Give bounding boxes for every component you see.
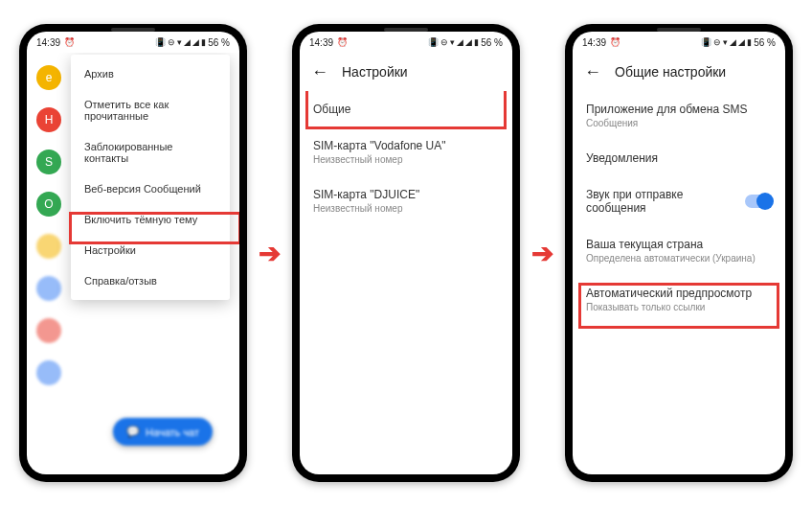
arrow-icon: ➔ [531,238,553,269]
chat-row[interactable] [27,310,239,352]
signal-icon: ◢ [192,38,199,47]
sound-label: Звук при отправке сообщения [586,188,745,215]
battery-pct: 56 % [754,37,776,48]
sound-toggle[interactable] [745,195,772,208]
signal-icon: ◢ [457,38,463,47]
avatar: e [36,65,61,90]
menu-mark-read[interactable]: Отметить все как прочитанные [71,89,230,131]
phone-1: 14:39 ⏰ 📳 ⊖ ▾ ◢ ◢ ▮ 56 % eeSHcHHВсSSFHaO… [19,24,247,482]
signal-icon: ◢ [465,38,472,47]
vibrate-icon: 📳 [155,38,166,47]
avatar: S [36,150,61,174]
status-bar: 14:39 ⏰ 📳 ⊖ ▾ ◢ ◢ ▮ 56 % [300,32,512,53]
sim1-title: SIM-карта "Vodafone UA" [313,139,499,152]
menu-dark[interactable]: Включить тёмную тему [71,204,230,235]
settings-general[interactable]: Общие [300,91,512,127]
preview-sub: Показывать только ссылки [586,302,772,312]
sms-app-sub: Сообщения [586,118,772,128]
settings-sim2[interactable]: SIM-карта "DJUICE" Неизвестный номер [300,176,512,225]
battery-icon: ▮ [474,38,479,47]
menu-web[interactable]: Веб-версия Сообщений [71,173,230,204]
sim2-title: SIM-карта "DJUICE" [313,188,499,201]
battery-icon: ▮ [747,38,752,47]
page-title: Общие настройки [615,64,726,80]
wifi-icon: ▾ [723,38,728,47]
app-bar: ← Общие настройки [573,53,785,91]
avatar [36,318,61,343]
menu-blocked[interactable]: Заблокированные контакты [71,131,230,173]
avatar [36,276,61,301]
vibrate-icon: 📳 [428,38,439,47]
fab-label: Начать чат [146,426,199,438]
settings-sms-app[interactable]: Приложение для обмена SMS Сообщения [573,91,785,140]
alarm-icon: ⏰ [610,38,620,47]
dnd-icon: ⊖ [713,38,721,47]
status-time: 14:39 [582,37,606,48]
wifi-icon: ▾ [450,38,455,47]
wifi-icon: ▾ [177,38,182,47]
sim1-sub: Неизвестный номер [313,154,499,165]
chat-icon: 💬 [126,426,140,438]
sms-app-title: Приложение для обмена SMS [586,103,772,116]
settings-preview[interactable]: Автоматический предпросмотр Показывать т… [573,275,785,324]
content-area: Приложение для обмена SMS Сообщения Увед… [573,91,785,474]
signal-icon: ◢ [184,38,191,47]
battery-pct: 56 % [208,37,230,48]
phone-3: 14:39 ⏰ 📳 ⊖ ▾ ◢ ◢ ▮ 56 % ← Общие настрой… [565,24,793,482]
settings-sound[interactable]: Звук при отправке сообщения [573,176,785,226]
screen-3: 14:39 ⏰ 📳 ⊖ ▾ ◢ ◢ ▮ 56 % ← Общие настрой… [573,32,785,474]
sim2-sub: Неизвестный номер [313,203,499,214]
country-title: Ваша текущая страна [586,238,772,251]
country-sub: Определена автоматически (Украина) [586,253,772,264]
page-title: Настройки [342,64,408,80]
battery-pct: 56 % [481,37,503,48]
alarm-icon: ⏰ [337,38,348,47]
settings-country[interactable]: Ваша текущая страна Определена автоматич… [573,226,785,275]
back-icon[interactable]: ← [311,62,328,82]
alarm-icon: ⏰ [64,38,75,47]
settings-general-label: Общие [313,103,499,116]
status-time: 14:39 [309,37,333,48]
content-area: eeSHcHHВсSSFHaOO:Bl 37 07 💬 Начать чат А… [27,53,239,474]
battery-icon: ▮ [201,38,206,47]
avatar: O [36,192,61,217]
dnd-icon: ⊖ [168,38,175,47]
status-bar: 14:39 ⏰ 📳 ⊖ ▾ ◢ ◢ ▮ 56 % [27,32,239,53]
preview-title: Автоматический предпросмотр [586,287,772,300]
screen-1: 14:39 ⏰ 📳 ⊖ ▾ ◢ ◢ ▮ 56 % eeSHcHHВсSSFHaO… [27,32,239,474]
compose-fab[interactable]: 💬 Начать чат [113,418,213,446]
signal-icon: ◢ [730,38,736,47]
dnd-icon: ⊖ [440,38,448,47]
signal-icon: ◢ [738,38,745,47]
notifications-label: Уведомления [586,151,772,165]
menu-settings[interactable]: Настройки [71,235,230,265]
menu-archive[interactable]: Архив [71,58,230,89]
settings-sim1[interactable]: SIM-карта "Vodafone UA" Неизвестный номе… [300,127,512,176]
menu-help[interactable]: Справка/отзыв [71,265,230,296]
avatar: H [36,107,61,132]
avatar [36,360,61,385]
status-bar: 14:39 ⏰ 📳 ⊖ ▾ ◢ ◢ ▮ 56 % [573,32,785,53]
screen-2: 14:39 ⏰ 📳 ⊖ ▾ ◢ ◢ ▮ 56 % ← Настройки Общ… [300,32,512,474]
overflow-menu: Архив Отметить все как прочитанные Забло… [71,55,230,300]
content-area: Общие SIM-карта "Vodafone UA" Неизвестны… [300,91,512,474]
back-icon[interactable]: ← [584,62,601,82]
chat-row[interactable] [27,352,239,394]
phone-2: 14:39 ⏰ 📳 ⊖ ▾ ◢ ◢ ▮ 56 % ← Настройки Общ… [292,24,520,482]
settings-notifications[interactable]: Уведомления [573,140,785,176]
avatar [36,234,61,259]
status-time: 14:39 [36,37,60,48]
app-bar: ← Настройки [300,53,512,91]
arrow-icon: ➔ [259,238,281,269]
vibrate-icon: 📳 [701,38,711,47]
